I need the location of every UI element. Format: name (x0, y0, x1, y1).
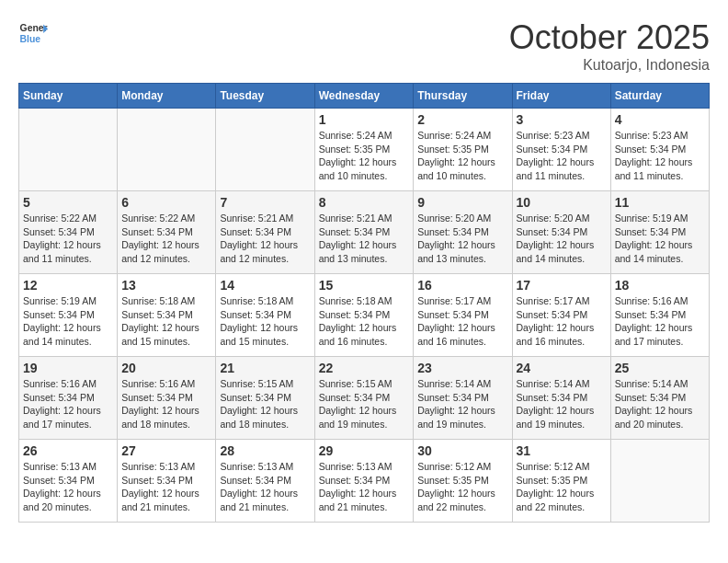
weekday-header: Friday (512, 84, 610, 109)
day-info: Sunrise: 5:23 AM Sunset: 5:34 PM Dayligh… (615, 129, 705, 183)
day-number: 13 (121, 278, 211, 293)
calendar-cell: 13Sunrise: 5:18 AM Sunset: 5:34 PM Dayli… (118, 274, 216, 357)
calendar-cell: 10Sunrise: 5:20 AM Sunset: 5:34 PM Dayli… (512, 191, 610, 274)
title-block: October 2025 Kutoarjo, Indonesia (509, 18, 710, 74)
day-number: 17 (517, 278, 607, 293)
calendar-cell: 23Sunrise: 5:14 AM Sunset: 5:34 PM Dayli… (414, 357, 512, 440)
day-number: 7 (220, 195, 310, 210)
calendar-week-row: 19Sunrise: 5:16 AM Sunset: 5:34 PM Dayli… (19, 357, 710, 440)
calendar-cell: 11Sunrise: 5:19 AM Sunset: 5:34 PM Dayli… (610, 191, 709, 274)
day-number: 4 (615, 112, 705, 127)
calendar-cell: 6Sunrise: 5:22 AM Sunset: 5:34 PM Daylig… (118, 191, 216, 274)
weekday-header: Monday (118, 84, 216, 109)
day-number: 2 (417, 112, 507, 127)
location: Kutoarjo, Indonesia (509, 57, 710, 74)
day-info: Sunrise: 5:19 AM Sunset: 5:34 PM Dayligh… (23, 294, 113, 349)
day-info: Sunrise: 5:17 AM Sunset: 5:34 PM Dayligh… (417, 294, 507, 349)
calendar-cell: 28Sunrise: 5:13 AM Sunset: 5:34 PM Dayli… (216, 440, 314, 523)
day-info: Sunrise: 5:12 AM Sunset: 5:35 PM Dayligh… (517, 460, 607, 514)
calendar-cell: 21Sunrise: 5:15 AM Sunset: 5:34 PM Dayli… (216, 357, 314, 440)
calendar-cell: 12Sunrise: 5:19 AM Sunset: 5:34 PM Dayli… (19, 274, 118, 357)
calendar-cell: 29Sunrise: 5:13 AM Sunset: 5:34 PM Dayli… (314, 440, 414, 523)
day-number: 1 (319, 112, 410, 127)
day-number: 10 (517, 195, 607, 210)
calendar-cell: 26Sunrise: 5:13 AM Sunset: 5:34 PM Dayli… (19, 440, 118, 523)
day-info: Sunrise: 5:14 AM Sunset: 5:34 PM Dayligh… (615, 377, 705, 431)
calendar-cell: 16Sunrise: 5:17 AM Sunset: 5:34 PM Dayli… (414, 274, 512, 357)
calendar-week-row: 12Sunrise: 5:19 AM Sunset: 5:34 PM Dayli… (19, 274, 710, 357)
weekday-header: Sunday (19, 84, 118, 109)
day-number: 11 (615, 195, 705, 210)
svg-text:Blue: Blue (20, 34, 41, 44)
calendar-cell: 20Sunrise: 5:16 AM Sunset: 5:34 PM Dayli… (118, 357, 216, 440)
calendar-cell: 22Sunrise: 5:15 AM Sunset: 5:34 PM Dayli… (314, 357, 414, 440)
day-number: 5 (23, 195, 113, 210)
calendar-cell: 24Sunrise: 5:14 AM Sunset: 5:34 PM Dayli… (512, 357, 610, 440)
day-info: Sunrise: 5:22 AM Sunset: 5:34 PM Dayligh… (23, 212, 113, 266)
day-info: Sunrise: 5:13 AM Sunset: 5:34 PM Dayligh… (23, 460, 113, 514)
calendar-week-row: 1Sunrise: 5:24 AM Sunset: 5:35 PM Daylig… (19, 109, 710, 191)
calendar-cell: 9Sunrise: 5:20 AM Sunset: 5:34 PM Daylig… (414, 191, 512, 274)
day-number: 12 (23, 278, 113, 293)
calendar-cell: 14Sunrise: 5:18 AM Sunset: 5:34 PM Dayli… (216, 274, 314, 357)
day-info: Sunrise: 5:20 AM Sunset: 5:34 PM Dayligh… (517, 212, 607, 266)
day-info: Sunrise: 5:18 AM Sunset: 5:34 PM Dayligh… (220, 294, 310, 349)
day-info: Sunrise: 5:20 AM Sunset: 5:34 PM Dayligh… (417, 212, 507, 266)
day-number: 14 (220, 278, 310, 293)
day-info: Sunrise: 5:15 AM Sunset: 5:34 PM Dayligh… (319, 377, 410, 431)
day-info: Sunrise: 5:24 AM Sunset: 5:35 PM Dayligh… (417, 129, 507, 183)
calendar-cell: 4Sunrise: 5:23 AM Sunset: 5:34 PM Daylig… (610, 109, 709, 191)
page-header: General Blue October 2025 Kutoarjo, Indo… (18, 18, 710, 74)
day-info: Sunrise: 5:24 AM Sunset: 5:35 PM Dayligh… (319, 129, 410, 183)
day-number: 19 (23, 361, 113, 375)
day-number: 22 (319, 361, 410, 375)
day-info: Sunrise: 5:14 AM Sunset: 5:34 PM Dayligh… (417, 377, 507, 431)
calendar-cell: 15Sunrise: 5:18 AM Sunset: 5:34 PM Dayli… (314, 274, 414, 357)
calendar-cell: 27Sunrise: 5:13 AM Sunset: 5:34 PM Dayli… (118, 440, 216, 523)
calendar-week-row: 26Sunrise: 5:13 AM Sunset: 5:34 PM Dayli… (19, 440, 710, 523)
calendar-cell (216, 109, 314, 191)
day-info: Sunrise: 5:17 AM Sunset: 5:34 PM Dayligh… (517, 294, 607, 349)
day-info: Sunrise: 5:21 AM Sunset: 5:34 PM Dayligh… (220, 212, 310, 266)
day-number: 18 (615, 278, 705, 293)
calendar-cell: 25Sunrise: 5:14 AM Sunset: 5:34 PM Dayli… (610, 357, 709, 440)
calendar-header-row: SundayMondayTuesdayWednesdayThursdayFrid… (19, 84, 710, 109)
day-info: Sunrise: 5:22 AM Sunset: 5:34 PM Dayligh… (121, 212, 211, 266)
calendar-cell: 19Sunrise: 5:16 AM Sunset: 5:34 PM Dayli… (19, 357, 118, 440)
day-number: 28 (220, 443, 310, 458)
day-info: Sunrise: 5:14 AM Sunset: 5:34 PM Dayligh… (517, 377, 607, 431)
day-number: 27 (121, 443, 211, 458)
day-number: 21 (220, 361, 310, 375)
logo-icon: General Blue (18, 18, 48, 48)
weekday-header: Wednesday (314, 84, 414, 109)
calendar-week-row: 5Sunrise: 5:22 AM Sunset: 5:34 PM Daylig… (19, 191, 710, 274)
day-number: 26 (23, 443, 113, 458)
calendar-cell: 30Sunrise: 5:12 AM Sunset: 5:35 PM Dayli… (414, 440, 512, 523)
day-info: Sunrise: 5:16 AM Sunset: 5:34 PM Dayligh… (121, 377, 211, 431)
day-info: Sunrise: 5:16 AM Sunset: 5:34 PM Dayligh… (615, 294, 705, 349)
calendar-cell: 1Sunrise: 5:24 AM Sunset: 5:35 PM Daylig… (314, 109, 414, 191)
day-number: 25 (615, 361, 705, 375)
day-number: 3 (517, 112, 607, 127)
day-number: 31 (517, 443, 607, 458)
day-info: Sunrise: 5:13 AM Sunset: 5:34 PM Dayligh… (220, 460, 310, 514)
day-info: Sunrise: 5:23 AM Sunset: 5:34 PM Dayligh… (517, 129, 607, 183)
calendar-cell: 3Sunrise: 5:23 AM Sunset: 5:34 PM Daylig… (512, 109, 610, 191)
calendar-cell: 17Sunrise: 5:17 AM Sunset: 5:34 PM Dayli… (512, 274, 610, 357)
month-title: October 2025 (509, 18, 710, 57)
day-number: 24 (517, 361, 607, 375)
calendar-cell (610, 440, 709, 523)
day-number: 8 (319, 195, 410, 210)
calendar-cell: 2Sunrise: 5:24 AM Sunset: 5:35 PM Daylig… (414, 109, 512, 191)
day-number: 20 (121, 361, 211, 375)
day-info: Sunrise: 5:12 AM Sunset: 5:35 PM Dayligh… (417, 460, 507, 514)
day-info: Sunrise: 5:21 AM Sunset: 5:34 PM Dayligh… (319, 212, 410, 266)
calendar-table: SundayMondayTuesdayWednesdayThursdayFrid… (18, 83, 710, 523)
day-number: 23 (417, 361, 507, 375)
calendar-cell: 8Sunrise: 5:21 AM Sunset: 5:34 PM Daylig… (314, 191, 414, 274)
day-number: 30 (417, 443, 507, 458)
weekday-header: Saturday (610, 84, 709, 109)
day-info: Sunrise: 5:19 AM Sunset: 5:34 PM Dayligh… (615, 212, 705, 266)
day-info: Sunrise: 5:18 AM Sunset: 5:34 PM Dayligh… (319, 294, 410, 349)
calendar-cell: 5Sunrise: 5:22 AM Sunset: 5:34 PM Daylig… (19, 191, 118, 274)
